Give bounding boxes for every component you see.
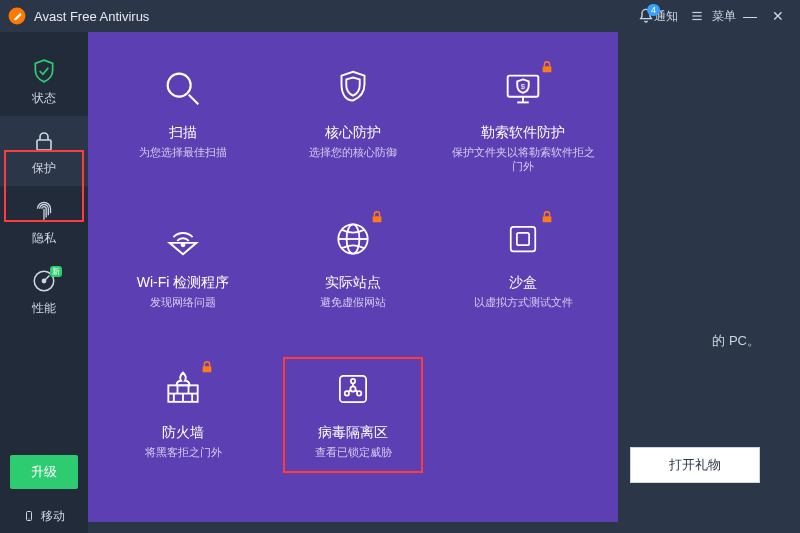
tile-label: 病毒隔离区: [318, 424, 388, 442]
close-button[interactable]: ✕: [764, 8, 792, 24]
tile-desc: 发现网络问题: [150, 295, 216, 309]
tile-label: 扫描: [169, 124, 197, 142]
svg-rect-20: [373, 216, 382, 222]
new-badge: 新: [50, 266, 62, 277]
titlebar: Avast Free Antivirus 4 通知 菜单 — ✕: [0, 0, 800, 32]
router-icon: [158, 214, 208, 264]
svg-rect-15: [543, 66, 552, 72]
tile-desc: 将黑客拒之门外: [145, 445, 222, 459]
svg-rect-4: [37, 140, 51, 150]
sidebar: 状态 保护 隐私 新 性能: [0, 32, 88, 533]
notify-button[interactable]: 4 通知: [638, 8, 678, 25]
sidebar-item-label: 隐私: [32, 230, 56, 247]
upgrade-button[interactable]: 升级: [10, 455, 78, 489]
svg-text:$: $: [521, 82, 526, 91]
tile-wifi-inspector[interactable]: Wi-Fi 检测程序 发现网络问题: [98, 202, 268, 352]
search-icon: [158, 64, 208, 114]
tile-real-site[interactable]: 实际站点 避免虚假网站: [268, 202, 438, 352]
svg-point-6: [42, 279, 45, 282]
mobile-button[interactable]: 移动: [0, 499, 88, 533]
menu-label: 菜单: [712, 8, 736, 25]
svg-point-33: [350, 386, 355, 391]
fingerprint-icon: [29, 196, 59, 226]
notify-badge: 4: [647, 4, 660, 16]
premium-lock-icon: [370, 210, 384, 224]
sidebar-item-performance[interactable]: 新 性能: [0, 256, 88, 326]
svg-point-34: [351, 379, 355, 383]
tile-desc: 以虚拟方式测试文件: [474, 295, 573, 309]
open-gift-button[interactable]: 打开礼物: [630, 447, 760, 483]
svg-line-39: [356, 390, 358, 391]
svg-point-36: [357, 391, 361, 395]
svg-point-35: [345, 391, 349, 395]
svg-rect-21: [511, 227, 536, 252]
svg-line-10: [189, 95, 199, 105]
app-window: Avast Free Antivirus 4 通知 菜单 — ✕ 状态: [0, 0, 800, 533]
sidebar-item-label: 状态: [32, 90, 56, 107]
sidebar-item-label: 保护: [32, 160, 56, 177]
sidebar-item-label: 性能: [32, 300, 56, 317]
tile-desc: 为您选择最佳扫描: [139, 145, 227, 159]
tile-sandbox[interactable]: 沙盒 以虚拟方式测试文件: [438, 202, 608, 352]
minimize-button[interactable]: —: [736, 8, 764, 24]
tile-firewall[interactable]: 防火墙 将黑客拒之门外: [98, 352, 268, 502]
svg-rect-31: [203, 366, 212, 372]
mobile-icon: [23, 510, 35, 522]
background-text: 的 PC。: [712, 332, 760, 350]
lock-icon: [29, 126, 59, 156]
main-area: 的 PC。 打开礼物 扫描 为您选择最佳扫描: [88, 32, 800, 533]
tile-desc: 查看已锁定威胁: [315, 445, 392, 459]
svg-point-16: [182, 243, 185, 246]
tile-label: Wi-Fi 检测程序: [137, 274, 230, 292]
quarantine-icon: [328, 364, 378, 414]
app-title: Avast Free Antivirus: [34, 9, 149, 24]
sidebar-item-protect[interactable]: 保护: [0, 116, 88, 186]
tile-scan[interactable]: 扫描 为您选择最佳扫描: [98, 52, 268, 202]
tile-label: 实际站点: [325, 274, 381, 292]
premium-lock-icon: [540, 60, 554, 74]
menu-icon: [690, 9, 708, 23]
mobile-label: 移动: [41, 508, 65, 525]
svg-point-9: [168, 74, 191, 97]
firewall-icon: [158, 364, 208, 414]
gift-button-label: 打开礼物: [669, 456, 721, 474]
monitor-shield-icon: $: [498, 64, 548, 114]
protect-panel: 扫描 为您选择最佳扫描 核心防护 选择您的核心防御 $: [88, 32, 618, 522]
premium-lock-icon: [540, 210, 554, 224]
tile-label: 防火墙: [162, 424, 204, 442]
sidebar-item-privacy[interactable]: 隐私: [0, 186, 88, 256]
sandbox-icon: [498, 214, 548, 264]
bell-icon: 4: [638, 8, 654, 24]
menu-button[interactable]: 菜单: [690, 8, 736, 25]
svg-rect-23: [543, 216, 552, 222]
tile-label: 勒索软件防护: [481, 124, 565, 142]
upgrade-label: 升级: [31, 463, 57, 481]
svg-line-38: [349, 390, 351, 391]
tile-core-shields[interactable]: 核心防护 选择您的核心防御: [268, 52, 438, 202]
tile-label: 沙盒: [509, 274, 537, 292]
tile-desc: 选择您的核心防御: [309, 145, 397, 159]
shield-stack-icon: [328, 64, 378, 114]
tile-label: 核心防护: [325, 124, 381, 142]
tile-desc: 避免虚假网站: [320, 295, 386, 309]
premium-lock-icon: [200, 360, 214, 374]
globe-icon: [328, 214, 378, 264]
tile-virus-chest[interactable]: 病毒隔离区 查看已锁定威胁: [268, 352, 438, 502]
shield-check-icon: [29, 56, 59, 86]
tile-desc: 保护文件夹以将勒索软件拒之门外: [448, 145, 598, 174]
svg-rect-22: [517, 233, 529, 245]
sidebar-item-status[interactable]: 状态: [0, 46, 88, 116]
tile-ransomware[interactable]: $ 勒索软件防护 保护文件夹以将勒索软件拒之门外: [438, 52, 608, 202]
avast-logo-icon: [8, 7, 26, 25]
